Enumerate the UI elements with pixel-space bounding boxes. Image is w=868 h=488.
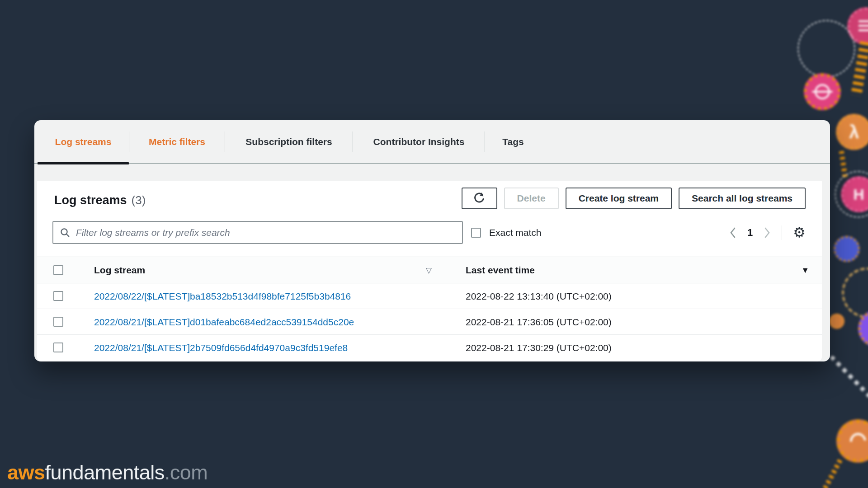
filter-row: Exact match 1 ⚙ [37,221,822,244]
log-streams-table: Log stream ▽ Last event time ▼ 2022/08/2… [37,257,822,361]
h-glyph-icon: H [853,186,865,203]
create-log-stream-button[interactable]: Create log stream [566,188,672,209]
column-separator [451,263,451,277]
column-header-log-stream[interactable]: Log stream [94,257,145,283]
log-streams-panel: Log streams (3) Delete Create log stream… [37,181,822,361]
filter-log-streams-input[interactable] [76,227,456,238]
cloudwatch-log-group-card: Log streams Metric filters Subscription … [34,120,830,361]
row-checkbox[interactable] [53,291,63,301]
pager-divider [782,225,782,240]
tab-tags[interactable]: Tags [485,120,541,163]
column-header-last-event-time[interactable]: Last event time [466,257,535,283]
column-separator [78,263,78,277]
watermark-aws: aws [7,461,45,484]
tab-log-streams[interactable]: Log streams [38,120,129,163]
active-tab-underline [38,162,129,164]
awsfundamentals-watermark: awsfundamentals.com [7,461,208,484]
bars-glyph-icon [859,20,868,32]
action-button-group: Delete Create log stream Search all log … [462,188,806,209]
sort-descending-icon[interactable]: ▼ [801,257,809,283]
lambda-service-icon: λ [836,114,868,150]
log-stream-link[interactable]: 2022/08/21/[$LATEST]d01bafeabc684ed2acc5… [94,309,354,335]
last-event-time-value: 2022-08-21 17:36:05 (UTC+02:00) [466,309,612,335]
pagination: 1 ⚙ [729,221,806,244]
blue-service-icon [834,236,860,262]
orange-dotted-connector-2 [823,459,843,488]
row-checkbox[interactable] [53,343,63,352]
pink-gear-service-icon [804,73,841,110]
ring-glyph-icon [815,84,830,99]
lambda-glyph-icon: λ [849,122,859,142]
table-row: 2022/08/22/[$LATEST]ba18532b513d4f98bfe7… [37,283,822,309]
crimson-service-icon [847,7,868,45]
log-stream-link[interactable]: 2022/08/22/[$LATEST]ba18532b513d4f98bfe7… [94,283,351,309]
tab-contributor-insights[interactable]: Contributor Insights [353,120,485,163]
refresh-icon [472,192,486,205]
table-row: 2022/08/21/[$LATEST]2b7509fd656d4fd4970a… [37,335,822,361]
pink-h-service-icon: H [841,176,868,212]
panel-title: Log streams (3) [54,193,146,207]
orange-curve-decoration [821,0,868,43]
previous-page-icon[interactable] [729,227,736,239]
last-event-time-value: 2022-08-22 13:13:40 (UTC+02:00) [466,283,612,309]
next-page-icon[interactable] [764,227,771,239]
search-icon [60,227,71,238]
refresh-button[interactable] [462,188,497,209]
purple-service-icon [858,310,868,347]
table-row: 2022/08/21/[$LATEST]d01bafeabc684ed2acc5… [37,309,822,335]
row-checkbox[interactable] [53,317,63,327]
gold-dashed-ring [842,267,868,318]
delete-button[interactable]: Delete [504,188,559,209]
last-event-time-value: 2022-08-21 17:30:29 (UTC+02:00) [466,335,612,361]
filter-search-box [52,221,463,244]
exact-match-checkbox[interactable] [471,228,481,238]
orange-gear-service-icon [836,419,868,463]
tab-metric-filters[interactable]: Metric filters [129,120,225,163]
exact-match-label: Exact match [489,227,542,238]
white-dashed-ring-2 [835,171,868,218]
select-all-checkbox[interactable] [53,265,63,275]
page-background: λ H Log streams Metric filters Subscript… [0,0,868,488]
table-header-row: Log stream ▽ Last event time ▼ [37,257,822,283]
white-dashed-ring [797,20,855,78]
white-stitch-connector [830,355,868,399]
exact-match-control: Exact match [471,221,542,244]
search-all-log-streams-button[interactable]: Search all log streams [679,188,806,209]
log-stream-link[interactable]: 2022/08/21/[$LATEST]2b7509fd656d4fd4970a… [94,335,348,361]
orange-dotted-connector [839,151,848,179]
orange-rung-connector [851,41,868,96]
sort-outline-icon[interactable]: ▽ [426,257,432,283]
panel-title-count: (3) [132,193,146,207]
tab-bar: Log streams Metric filters Subscription … [34,120,830,164]
preferences-gear-icon[interactable]: ⚙ [793,225,806,239]
swirl-glyph-icon [847,430,868,453]
watermark-com: .com [165,461,208,484]
tab-subscription-filters[interactable]: Subscription filters [225,120,353,163]
watermark-fundamentals: fundamentals [45,461,165,484]
panel-title-text: Log streams [54,193,127,207]
orange-dot-decoration [829,314,844,329]
current-page-number[interactable]: 1 [747,227,753,239]
